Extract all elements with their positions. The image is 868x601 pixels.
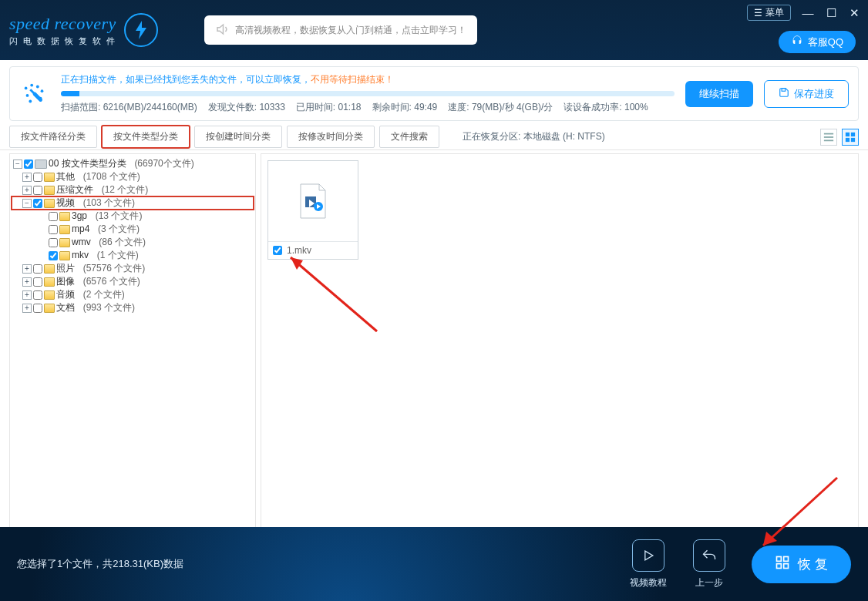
maximize-button[interactable]: ☐	[825, 6, 837, 20]
svg-rect-12	[846, 132, 849, 136]
menu-button[interactable]: ☰ 菜单	[747, 5, 791, 21]
file-thumbnail[interactable]: 1.mkv	[267, 160, 358, 260]
headset-icon	[791, 35, 803, 49]
tab-by-created[interactable]: 按创建时间分类	[194, 126, 282, 148]
svg-rect-23	[777, 563, 782, 568]
scan-speed-value: 79(MB)/秒 4(GB)/分	[472, 102, 553, 112]
speaker-icon	[215, 22, 229, 39]
tree-item-zip[interactable]: +压缩文件 (12 个文件)	[12, 183, 254, 196]
spacer	[38, 251, 47, 260]
tree-checkbox[interactable]	[33, 264, 42, 274]
svg-rect-15	[851, 137, 855, 141]
folder-icon	[44, 264, 55, 274]
tree-item-audio[interactable]: +音频 (2 个文件)	[12, 288, 254, 301]
svg-point-7	[29, 99, 32, 102]
tree-item-other[interactable]: +其他 (1708 个文件)	[12, 170, 254, 183]
tree-checkbox[interactable]	[33, 304, 42, 313]
tree-root-checkbox[interactable]	[24, 159, 33, 169]
expand-icon[interactable]: +	[22, 264, 32, 274]
view-grid-button[interactable]	[842, 129, 859, 146]
tree-checkbox[interactable]	[33, 199, 42, 208]
tree-checkbox[interactable]	[49, 225, 58, 234]
tree-count: (993 个文件)	[83, 301, 135, 314]
customer-service-button[interactable]: 客服QQ	[779, 31, 856, 53]
spacer	[38, 238, 47, 247]
spacer	[38, 212, 47, 221]
tree-count: (2 个文件)	[83, 288, 125, 301]
recover-label: 恢 复	[798, 556, 828, 573]
tree-label: 3gp	[72, 210, 87, 223]
minimize-button[interactable]: —	[802, 6, 814, 19]
file-grid[interactable]: 1.mkv	[261, 153, 859, 536]
tree-label: 视频	[56, 196, 75, 210]
tree-item-image[interactable]: +图像 (6576 个文件)	[12, 275, 254, 288]
tree-count: (103 个文件)	[83, 196, 135, 210]
video-file-icon	[268, 161, 358, 241]
tree-checkbox[interactable]	[49, 238, 58, 247]
scanning-icon	[19, 79, 50, 109]
tree-checkbox[interactable]	[33, 290, 42, 300]
tree-checkbox[interactable]	[33, 173, 42, 182]
expand-icon[interactable]: +	[22, 290, 32, 300]
tree-item-video[interactable]: −视频 (103 个文件)	[12, 196, 254, 210]
drive-icon	[35, 159, 47, 169]
tree-item-mkv[interactable]: mkv (1 个文件)	[12, 249, 254, 262]
save-progress-button[interactable]: 保存进度	[764, 80, 849, 108]
continue-scan-label: 继续扫描	[699, 87, 739, 101]
svg-point-0	[25, 86, 28, 89]
tree-checkbox[interactable]	[49, 251, 58, 260]
menu-label: 菜单	[765, 6, 784, 19]
scan-stats: 扫描范围: 6216(MB)/244160(MB) 发现文件数: 10333 已…	[61, 101, 675, 114]
expand-icon[interactable]: +	[22, 186, 32, 195]
continue-scan-button[interactable]: 继续扫描	[685, 81, 753, 107]
menu-lines-icon: ☰	[754, 8, 762, 18]
file-checkbox[interactable]	[273, 246, 282, 255]
tree-item-doc[interactable]: +文档 (993 个文件)	[12, 301, 254, 314]
back-icon	[693, 539, 725, 572]
svg-rect-14	[846, 137, 849, 141]
tree-root-count: (66970个文件)	[134, 157, 193, 170]
expand-icon[interactable]: +	[22, 277, 32, 287]
scan-status-panel: 正在扫描文件，如果已经找到您丢失的文件，可以立即恢复，不用等待扫描结束！ 扫描范…	[9, 66, 859, 121]
view-list-button[interactable]	[820, 129, 837, 146]
tree-checkbox[interactable]	[33, 186, 42, 195]
expand-icon[interactable]: +	[22, 304, 32, 313]
recover-button[interactable]: 恢 复	[752, 546, 851, 583]
brand-subtitle: 闪 电 数 据 恢 复 软 件	[9, 35, 116, 47]
expand-icon[interactable]: +	[22, 173, 32, 182]
folder-icon	[44, 304, 55, 313]
tutorial-banner[interactable]: 高清视频教程，数据恢复从入门到精通，点击立即学习！	[204, 15, 477, 45]
tree-count: (1 个文件)	[97, 249, 139, 262]
scan-readrate-value: 100%	[624, 102, 648, 112]
tree-count: (57576 个文件)	[83, 262, 146, 275]
customer-service-label: 客服QQ	[808, 35, 843, 49]
previous-step-button[interactable]: 上一步	[693, 539, 725, 589]
svg-rect-22	[784, 556, 789, 561]
video-tutorial-button[interactable]: 视频教程	[630, 539, 667, 589]
tree-item-wmv[interactable]: wmv (86 个文件)	[12, 236, 254, 249]
tree-label: 文档	[56, 301, 75, 314]
tree-item-3gp[interactable]: 3gp (13 个文件)	[12, 210, 254, 223]
scan-range-value: 6216(MB)/244160(MB)	[103, 102, 197, 112]
tree-item-photo[interactable]: +照片 (57576 个文件)	[12, 262, 254, 275]
tree-checkbox[interactable]	[49, 212, 58, 221]
tree-checkbox[interactable]	[33, 277, 42, 287]
folder-tree[interactable]: − 00 按文件类型分类 (66970个文件) +其他 (1708 个文件) +…	[9, 153, 256, 536]
tree-item-mp4[interactable]: mp4 (3 个文件)	[12, 223, 254, 236]
collapse-icon[interactable]: −	[13, 159, 22, 169]
tab-by-path[interactable]: 按文件路径分类	[9, 126, 97, 148]
scan-remain-label: 剩余时间:	[372, 102, 412, 112]
tab-by-filetype[interactable]: 按文件类型分类	[102, 126, 190, 148]
close-button[interactable]: ✕	[848, 6, 860, 20]
scan-progress-bar	[61, 91, 675, 96]
footer-bar: 您选择了1个文件，共218.31(KB)数据 视频教程 上一步 恢 复	[0, 527, 868, 601]
tree-count: (6576 个文件)	[83, 275, 140, 288]
svg-rect-13	[851, 132, 855, 136]
tree-label: 音频	[56, 288, 75, 301]
tree-root[interactable]: − 00 按文件类型分类 (66970个文件)	[12, 157, 254, 170]
folder-icon	[59, 212, 70, 221]
tab-file-search[interactable]: 文件搜索	[379, 126, 439, 148]
collapse-icon[interactable]: −	[22, 199, 32, 208]
folder-icon	[59, 251, 70, 260]
tab-by-modified[interactable]: 按修改时间分类	[287, 126, 375, 148]
